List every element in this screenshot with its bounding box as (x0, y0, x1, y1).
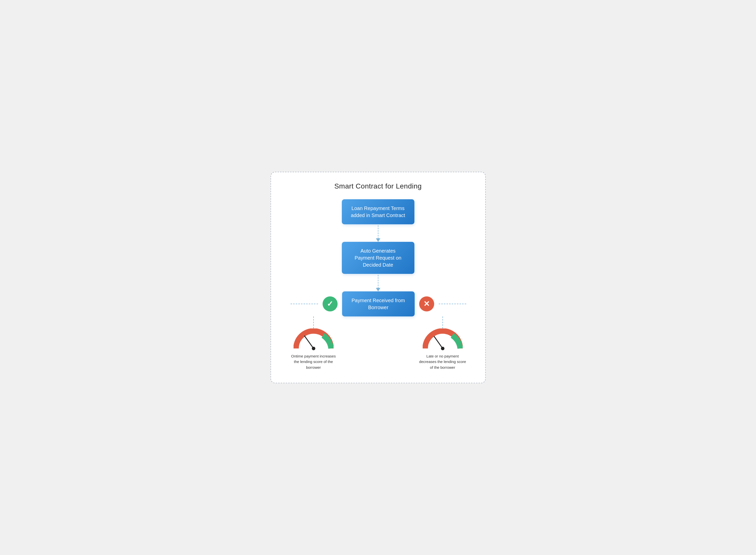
arrow1-line (378, 225, 379, 239)
left-branch-connector: ✓ (290, 296, 342, 311)
x-icon: ✕ (419, 296, 434, 311)
right-branch-v-line (442, 316, 443, 329)
left-gauge-wrap: Ontime payment increases the lending sco… (288, 329, 339, 371)
left-gauge-svg (294, 329, 333, 351)
box2: Auto Generates Payment Request on Decide… (342, 242, 414, 274)
right-h-line (439, 304, 466, 304)
right-branch-col: Late or no payment decreases the lending… (413, 316, 473, 371)
diagram-container: Smart Contract for Lending Loan Repaymen… (270, 172, 486, 384)
box3: Payment Received from Borrower (342, 291, 415, 316)
box1: Loan Repayment Terms added in Smart Cont… (342, 199, 414, 224)
left-h-line (291, 304, 318, 304)
left-branch-col: Ontime payment increases the lending sco… (283, 316, 344, 371)
right-gauge-label: Late or no payment decreases the lending… (418, 353, 468, 371)
arrow1 (376, 224, 381, 242)
arrow2 (376, 274, 381, 291)
flow-wrapper: Loan Repayment Terms added in Smart Cont… (281, 199, 475, 371)
diagram-title: Smart Contract for Lending (281, 182, 475, 190)
arrow2-line (378, 275, 379, 288)
arrow2-head (376, 288, 381, 291)
svg-line-3 (434, 336, 443, 348)
right-gauge-wrap: Late or no payment decreases the lending… (418, 329, 468, 371)
right-branch-connector: ✕ (415, 296, 466, 311)
third-row: ✓ Payment Received from Borrower ✕ (281, 291, 475, 316)
lower-section: Ontime payment increases the lending sco… (281, 316, 475, 371)
left-branch-v-line (313, 316, 314, 329)
right-gauge-svg (423, 329, 463, 351)
check-icon: ✓ (322, 296, 338, 311)
svg-line-1 (305, 336, 314, 348)
left-gauge-label: Ontime payment increases the lending sco… (288, 353, 339, 371)
arrow1-head (376, 238, 381, 242)
